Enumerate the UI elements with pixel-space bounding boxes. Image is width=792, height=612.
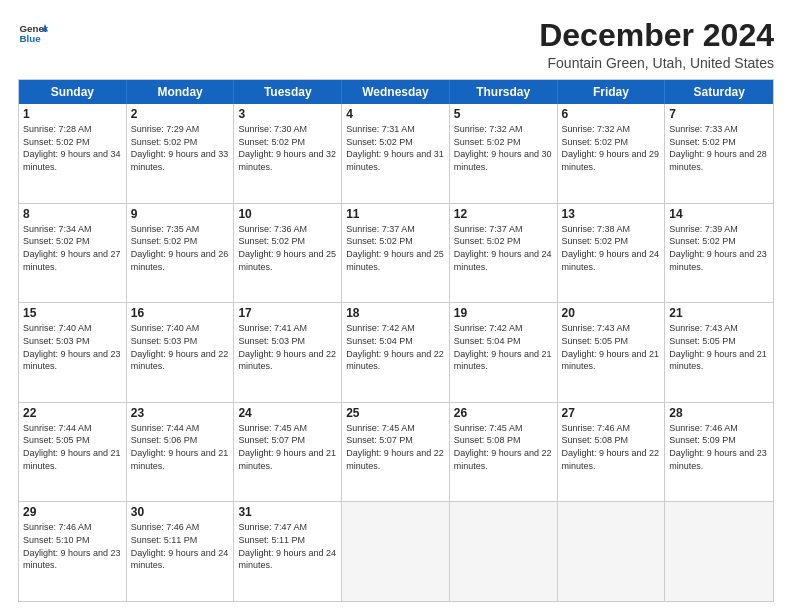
day-number: 4 (346, 107, 445, 121)
calendar-day-27: 27Sunrise: 7:46 AMSunset: 5:08 PMDayligh… (558, 403, 666, 502)
logo: General Blue (18, 18, 48, 48)
day-info: Sunrise: 7:45 AMSunset: 5:08 PMDaylight:… (454, 422, 553, 472)
day-info: Sunrise: 7:38 AMSunset: 5:02 PMDaylight:… (562, 223, 661, 273)
calendar-row-1: 8Sunrise: 7:34 AMSunset: 5:02 PMDaylight… (19, 203, 773, 303)
calendar-row-3: 22Sunrise: 7:44 AMSunset: 5:05 PMDayligh… (19, 402, 773, 502)
calendar-day-22: 22Sunrise: 7:44 AMSunset: 5:05 PMDayligh… (19, 403, 127, 502)
day-info: Sunrise: 7:45 AMSunset: 5:07 PMDaylight:… (346, 422, 445, 472)
calendar-day-6: 6Sunrise: 7:32 AMSunset: 5:02 PMDaylight… (558, 104, 666, 203)
header-day-friday: Friday (558, 80, 666, 104)
day-info: Sunrise: 7:32 AMSunset: 5:02 PMDaylight:… (562, 123, 661, 173)
calendar-empty-cell (665, 502, 773, 601)
calendar-empty-cell (342, 502, 450, 601)
day-info: Sunrise: 7:46 AMSunset: 5:08 PMDaylight:… (562, 422, 661, 472)
day-number: 13 (562, 207, 661, 221)
day-number: 31 (238, 505, 337, 519)
title-block: December 2024 Fountain Green, Utah, Unit… (539, 18, 774, 71)
calendar-day-26: 26Sunrise: 7:45 AMSunset: 5:08 PMDayligh… (450, 403, 558, 502)
day-info: Sunrise: 7:29 AMSunset: 5:02 PMDaylight:… (131, 123, 230, 173)
day-number: 6 (562, 107, 661, 121)
calendar-day-12: 12Sunrise: 7:37 AMSunset: 5:02 PMDayligh… (450, 204, 558, 303)
day-number: 3 (238, 107, 337, 121)
calendar-day-3: 3Sunrise: 7:30 AMSunset: 5:02 PMDaylight… (234, 104, 342, 203)
day-info: Sunrise: 7:40 AMSunset: 5:03 PMDaylight:… (23, 322, 122, 372)
calendar-day-24: 24Sunrise: 7:45 AMSunset: 5:07 PMDayligh… (234, 403, 342, 502)
calendar-day-16: 16Sunrise: 7:40 AMSunset: 5:03 PMDayligh… (127, 303, 235, 402)
calendar-row-4: 29Sunrise: 7:46 AMSunset: 5:10 PMDayligh… (19, 501, 773, 601)
calendar-day-14: 14Sunrise: 7:39 AMSunset: 5:02 PMDayligh… (665, 204, 773, 303)
calendar-day-19: 19Sunrise: 7:42 AMSunset: 5:04 PMDayligh… (450, 303, 558, 402)
calendar-day-11: 11Sunrise: 7:37 AMSunset: 5:02 PMDayligh… (342, 204, 450, 303)
header: General Blue December 2024 Fountain Gree… (18, 18, 774, 71)
calendar-day-20: 20Sunrise: 7:43 AMSunset: 5:05 PMDayligh… (558, 303, 666, 402)
day-info: Sunrise: 7:36 AMSunset: 5:02 PMDaylight:… (238, 223, 337, 273)
day-info: Sunrise: 7:32 AMSunset: 5:02 PMDaylight:… (454, 123, 553, 173)
day-number: 5 (454, 107, 553, 121)
location: Fountain Green, Utah, United States (539, 55, 774, 71)
header-day-monday: Monday (127, 80, 235, 104)
day-info: Sunrise: 7:42 AMSunset: 5:04 PMDaylight:… (346, 322, 445, 372)
calendar-empty-cell (450, 502, 558, 601)
calendar-day-31: 31Sunrise: 7:47 AMSunset: 5:11 PMDayligh… (234, 502, 342, 601)
day-number: 24 (238, 406, 337, 420)
day-number: 27 (562, 406, 661, 420)
calendar-day-5: 5Sunrise: 7:32 AMSunset: 5:02 PMDaylight… (450, 104, 558, 203)
day-info: Sunrise: 7:46 AMSunset: 5:09 PMDaylight:… (669, 422, 769, 472)
header-day-saturday: Saturday (665, 80, 773, 104)
calendar: SundayMondayTuesdayWednesdayThursdayFrid… (18, 79, 774, 602)
calendar-day-8: 8Sunrise: 7:34 AMSunset: 5:02 PMDaylight… (19, 204, 127, 303)
day-number: 14 (669, 207, 769, 221)
calendar-day-30: 30Sunrise: 7:46 AMSunset: 5:11 PMDayligh… (127, 502, 235, 601)
day-number: 21 (669, 306, 769, 320)
header-day-tuesday: Tuesday (234, 80, 342, 104)
day-number: 23 (131, 406, 230, 420)
calendar-day-15: 15Sunrise: 7:40 AMSunset: 5:03 PMDayligh… (19, 303, 127, 402)
calendar-day-7: 7Sunrise: 7:33 AMSunset: 5:02 PMDaylight… (665, 104, 773, 203)
calendar-day-29: 29Sunrise: 7:46 AMSunset: 5:10 PMDayligh… (19, 502, 127, 601)
day-number: 2 (131, 107, 230, 121)
calendar-header: SundayMondayTuesdayWednesdayThursdayFrid… (19, 80, 773, 104)
day-info: Sunrise: 7:30 AMSunset: 5:02 PMDaylight:… (238, 123, 337, 173)
calendar-body: 1Sunrise: 7:28 AMSunset: 5:02 PMDaylight… (19, 104, 773, 601)
calendar-row-0: 1Sunrise: 7:28 AMSunset: 5:02 PMDaylight… (19, 104, 773, 203)
day-info: Sunrise: 7:46 AMSunset: 5:10 PMDaylight:… (23, 521, 122, 571)
header-day-wednesday: Wednesday (342, 80, 450, 104)
day-number: 1 (23, 107, 122, 121)
calendar-day-13: 13Sunrise: 7:38 AMSunset: 5:02 PMDayligh… (558, 204, 666, 303)
day-number: 29 (23, 505, 122, 519)
day-info: Sunrise: 7:37 AMSunset: 5:02 PMDaylight:… (454, 223, 553, 273)
day-info: Sunrise: 7:41 AMSunset: 5:03 PMDaylight:… (238, 322, 337, 372)
day-info: Sunrise: 7:45 AMSunset: 5:07 PMDaylight:… (238, 422, 337, 472)
day-info: Sunrise: 7:46 AMSunset: 5:11 PMDaylight:… (131, 521, 230, 571)
calendar-day-9: 9Sunrise: 7:35 AMSunset: 5:02 PMDaylight… (127, 204, 235, 303)
calendar-day-25: 25Sunrise: 7:45 AMSunset: 5:07 PMDayligh… (342, 403, 450, 502)
day-info: Sunrise: 7:28 AMSunset: 5:02 PMDaylight:… (23, 123, 122, 173)
day-info: Sunrise: 7:42 AMSunset: 5:04 PMDaylight:… (454, 322, 553, 372)
day-number: 8 (23, 207, 122, 221)
day-info: Sunrise: 7:31 AMSunset: 5:02 PMDaylight:… (346, 123, 445, 173)
day-number: 30 (131, 505, 230, 519)
day-number: 11 (346, 207, 445, 221)
calendar-day-21: 21Sunrise: 7:43 AMSunset: 5:05 PMDayligh… (665, 303, 773, 402)
calendar-empty-cell (558, 502, 666, 601)
calendar-day-2: 2Sunrise: 7:29 AMSunset: 5:02 PMDaylight… (127, 104, 235, 203)
svg-text:Blue: Blue (20, 33, 42, 44)
day-info: Sunrise: 7:37 AMSunset: 5:02 PMDaylight:… (346, 223, 445, 273)
day-number: 20 (562, 306, 661, 320)
calendar-day-17: 17Sunrise: 7:41 AMSunset: 5:03 PMDayligh… (234, 303, 342, 402)
calendar-day-4: 4Sunrise: 7:31 AMSunset: 5:02 PMDaylight… (342, 104, 450, 203)
day-info: Sunrise: 7:39 AMSunset: 5:02 PMDaylight:… (669, 223, 769, 273)
calendar-day-18: 18Sunrise: 7:42 AMSunset: 5:04 PMDayligh… (342, 303, 450, 402)
month-title: December 2024 (539, 18, 774, 53)
header-day-sunday: Sunday (19, 80, 127, 104)
calendar-day-1: 1Sunrise: 7:28 AMSunset: 5:02 PMDaylight… (19, 104, 127, 203)
day-info: Sunrise: 7:44 AMSunset: 5:05 PMDaylight:… (23, 422, 122, 472)
day-number: 10 (238, 207, 337, 221)
calendar-row-2: 15Sunrise: 7:40 AMSunset: 5:03 PMDayligh… (19, 302, 773, 402)
day-number: 22 (23, 406, 122, 420)
day-info: Sunrise: 7:34 AMSunset: 5:02 PMDaylight:… (23, 223, 122, 273)
day-number: 12 (454, 207, 553, 221)
calendar-day-10: 10Sunrise: 7:36 AMSunset: 5:02 PMDayligh… (234, 204, 342, 303)
header-day-thursday: Thursday (450, 80, 558, 104)
day-number: 28 (669, 406, 769, 420)
